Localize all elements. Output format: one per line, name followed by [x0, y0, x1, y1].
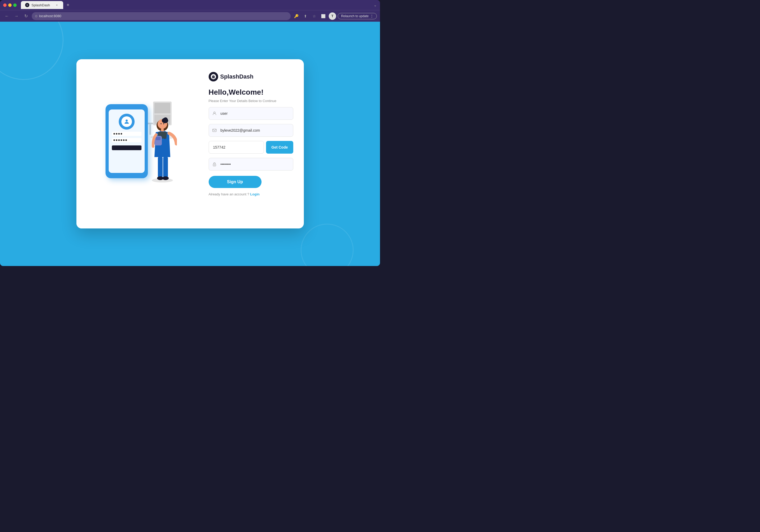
logo-bold: Splash: [220, 73, 239, 80]
svg-rect-18: [156, 137, 161, 140]
already-account-text: Already have an account ?: [209, 192, 249, 196]
browser-window: S SplashDash × + ⌄ ← → ↻ ⊙ localhost:808…: [0, 0, 380, 266]
phone-field-2: [112, 138, 141, 142]
forward-button[interactable]: →: [13, 13, 20, 20]
user-icon: [213, 111, 216, 116]
code-input[interactable]: [209, 141, 264, 154]
logo-text: SplashDash: [220, 73, 254, 80]
logo-shopping-icon: [211, 74, 216, 79]
svg-rect-20: [163, 157, 168, 178]
svg-point-7: [125, 120, 128, 121]
address-bar[interactable]: ⊙ localhost:8080: [32, 12, 291, 20]
close-button[interactable]: [3, 3, 7, 7]
username-input[interactable]: [209, 107, 293, 120]
chevron-down-icon: ⌄: [374, 3, 377, 7]
form-subtitle: Please Enter Your Details Below to Conti…: [209, 99, 293, 103]
get-code-button[interactable]: Get Code: [266, 141, 293, 154]
titlebar-actions: ⌄: [374, 3, 377, 7]
extensions-icon[interactable]: ⬜: [320, 13, 327, 20]
relaunch-label: Relaunch to update: [341, 14, 369, 18]
back-button[interactable]: ←: [3, 13, 11, 20]
svg-rect-25: [212, 76, 215, 78]
ellipsis-icon: ⋮: [370, 14, 373, 18]
phone-button: [112, 145, 141, 150]
login-link[interactable]: Login: [250, 192, 260, 196]
phone-avatar-inner: [121, 116, 132, 127]
form-panel: SplashDash Hello,Welcome! Please Enter Y…: [198, 59, 304, 228]
password-input[interactable]: [209, 158, 293, 170]
illustration-panel: [76, 59, 198, 228]
active-tab[interactable]: S SplashDash ×: [21, 1, 63, 9]
logo-regular: Dash: [239, 73, 254, 80]
titlebar: S SplashDash × + ⌄: [0, 0, 380, 10]
code-row: Get Code: [209, 141, 293, 154]
phone-screen: [109, 110, 145, 173]
phone-field-1: [112, 132, 141, 136]
new-tab-button[interactable]: +: [64, 1, 71, 9]
relaunch-button[interactable]: Relaunch to update ⋮: [338, 13, 377, 19]
tab-close-button[interactable]: ×: [55, 3, 59, 7]
maximize-button[interactable]: [13, 3, 17, 7]
svg-rect-29: [213, 129, 216, 132]
page-content: SplashDash Hello,Welcome! Please Enter Y…: [0, 22, 380, 266]
tab-area: S SplashDash × +: [21, 1, 371, 9]
url-text: localhost:8080: [39, 14, 61, 18]
key-icon: 🔑: [293, 13, 300, 20]
illustration-container: [98, 94, 177, 194]
svg-point-23: [152, 178, 173, 182]
person-illustration: [140, 110, 177, 194]
logo-icon: [209, 72, 218, 81]
svg-point-12: [161, 123, 162, 124]
minimize-button[interactable]: [8, 3, 12, 7]
svg-rect-19: [158, 157, 163, 178]
logo-area: SplashDash: [209, 72, 293, 81]
svg-point-13: [163, 123, 164, 124]
bookmark-icon[interactable]: ☆: [311, 13, 318, 20]
svg-point-26: [213, 77, 213, 78]
lock-icon: ⊙: [35, 14, 37, 18]
login-row: Already have an account ? Login: [209, 192, 293, 196]
username-group: [209, 107, 293, 120]
bg-decoration-1: [0, 22, 74, 91]
lock-icon: [213, 162, 216, 166]
bg-decoration-2: [301, 224, 354, 266]
person-icon: [123, 119, 130, 125]
refresh-button[interactable]: ↻: [22, 13, 29, 20]
signup-button[interactable]: Sign Up: [209, 176, 261, 188]
phone-avatar: [119, 114, 135, 129]
email-icon: [213, 128, 216, 132]
svg-point-27: [214, 77, 214, 78]
main-card: SplashDash Hello,Welcome! Please Enter Y…: [76, 59, 304, 228]
email-input[interactable]: [209, 124, 293, 137]
share-icon[interactable]: ⬆: [302, 13, 309, 20]
tab-title-label: SplashDash: [31, 3, 53, 7]
svg-point-11: [164, 118, 167, 121]
tab-favicon: S: [25, 3, 29, 7]
email-group: [209, 124, 293, 137]
form-title: Hello,Welcome!: [209, 88, 293, 97]
svg-point-31: [214, 165, 215, 165]
password-group: [209, 158, 293, 170]
traffic-lights: [3, 3, 17, 7]
profile-avatar[interactable]: T: [329, 13, 336, 20]
svg-point-28: [214, 112, 215, 114]
navbar: ← → ↻ ⊙ localhost:8080 🔑 ⬆ ☆ ⬜ T Relaunc…: [0, 10, 380, 22]
nav-actions: 🔑 ⬆ ☆ ⬜ T Relaunch to update ⋮: [293, 13, 377, 20]
